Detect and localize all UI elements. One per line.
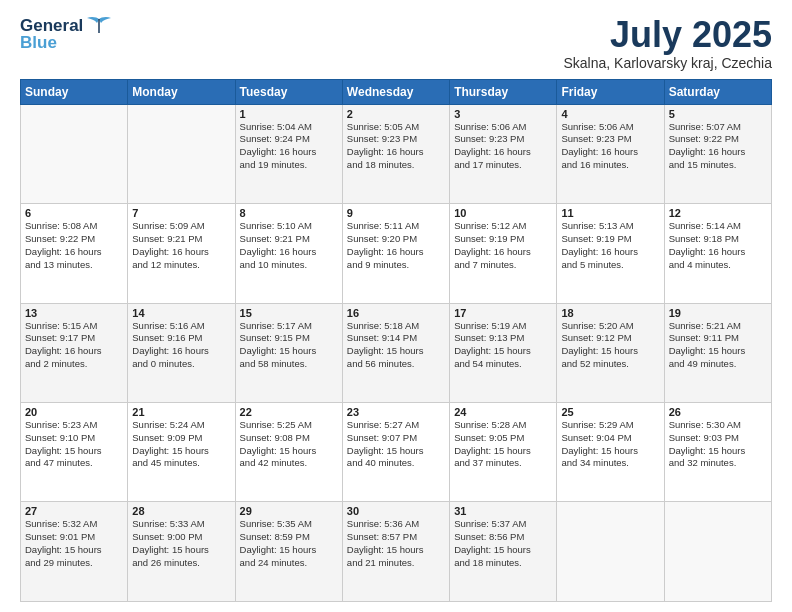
daylight-text: Daylight: 15 hours and 37 minutes. [454,445,531,469]
day-info: Sunrise: 5:04 AMSunset: 9:24 PMDaylight:… [240,121,338,172]
day-number: 19 [669,307,767,319]
sunset-text: Sunset: 9:14 PM [347,332,417,343]
sunrise-text: Sunrise: 5:12 AM [454,220,526,231]
day-info: Sunrise: 5:09 AMSunset: 9:21 PMDaylight:… [132,220,230,271]
day-number: 10 [454,207,552,219]
table-row: 12Sunrise: 5:14 AMSunset: 9:18 PMDayligh… [664,204,771,303]
day-number: 8 [240,207,338,219]
sunset-text: Sunset: 9:12 PM [561,332,631,343]
day-info: Sunrise: 5:05 AMSunset: 9:23 PMDaylight:… [347,121,445,172]
daylight-text: Daylight: 15 hours and 32 minutes. [669,445,746,469]
logo-blue: Blue [20,33,57,53]
table-row: 14Sunrise: 5:16 AMSunset: 9:16 PMDayligh… [128,303,235,402]
day-number: 22 [240,406,338,418]
sunset-text: Sunset: 9:22 PM [25,233,95,244]
daylight-text: Daylight: 15 hours and 21 minutes. [347,544,424,568]
day-info: Sunrise: 5:23 AMSunset: 9:10 PMDaylight:… [25,419,123,470]
sunrise-text: Sunrise: 5:36 AM [347,518,419,529]
sunrise-text: Sunrise: 5:16 AM [132,320,204,331]
day-info: Sunrise: 5:24 AMSunset: 9:09 PMDaylight:… [132,419,230,470]
sunset-text: Sunset: 9:20 PM [347,233,417,244]
sunrise-text: Sunrise: 5:32 AM [25,518,97,529]
day-info: Sunrise: 5:25 AMSunset: 9:08 PMDaylight:… [240,419,338,470]
day-number: 28 [132,505,230,517]
day-info: Sunrise: 5:33 AMSunset: 9:00 PMDaylight:… [132,518,230,569]
day-info: Sunrise: 5:30 AMSunset: 9:03 PMDaylight:… [669,419,767,470]
sunset-text: Sunset: 9:01 PM [25,531,95,542]
table-row: 20Sunrise: 5:23 AMSunset: 9:10 PMDayligh… [21,403,128,502]
daylight-text: Daylight: 15 hours and 40 minutes. [347,445,424,469]
sunset-text: Sunset: 9:00 PM [132,531,202,542]
table-row: 22Sunrise: 5:25 AMSunset: 9:08 PMDayligh… [235,403,342,502]
day-info: Sunrise: 5:18 AMSunset: 9:14 PMDaylight:… [347,320,445,371]
day-number: 26 [669,406,767,418]
daylight-text: Daylight: 16 hours and 9 minutes. [347,246,424,270]
sunrise-text: Sunrise: 5:06 AM [561,121,633,132]
col-thursday: Thursday [450,79,557,104]
sunrise-text: Sunrise: 5:18 AM [347,320,419,331]
sunset-text: Sunset: 9:15 PM [240,332,310,343]
table-row: 4Sunrise: 5:06 AMSunset: 9:23 PMDaylight… [557,104,664,203]
daylight-text: Daylight: 15 hours and 49 minutes. [669,345,746,369]
calendar-week-1: 1Sunrise: 5:04 AMSunset: 9:24 PMDaylight… [21,104,772,203]
sunset-text: Sunset: 9:05 PM [454,432,524,443]
sunset-text: Sunset: 9:23 PM [454,133,524,144]
table-row: 21Sunrise: 5:24 AMSunset: 9:09 PMDayligh… [128,403,235,502]
day-number: 4 [561,108,659,120]
daylight-text: Daylight: 16 hours and 10 minutes. [240,246,317,270]
sunrise-text: Sunrise: 5:11 AM [347,220,419,231]
sunset-text: Sunset: 9:24 PM [240,133,310,144]
sunset-text: Sunset: 9:22 PM [669,133,739,144]
sunrise-text: Sunrise: 5:06 AM [454,121,526,132]
sunset-text: Sunset: 9:08 PM [240,432,310,443]
day-info: Sunrise: 5:28 AMSunset: 9:05 PMDaylight:… [454,419,552,470]
table-row: 23Sunrise: 5:27 AMSunset: 9:07 PMDayligh… [342,403,449,502]
day-number: 30 [347,505,445,517]
sunrise-text: Sunrise: 5:05 AM [347,121,419,132]
day-info: Sunrise: 5:13 AMSunset: 9:19 PMDaylight:… [561,220,659,271]
day-number: 9 [347,207,445,219]
table-row: 31Sunrise: 5:37 AMSunset: 8:56 PMDayligh… [450,502,557,602]
page: General Blue July 2025 Skalna, Karlovars… [0,0,792,612]
table-row: 3Sunrise: 5:06 AMSunset: 9:23 PMDaylight… [450,104,557,203]
daylight-text: Daylight: 15 hours and 47 minutes. [25,445,102,469]
day-info: Sunrise: 5:17 AMSunset: 9:15 PMDaylight:… [240,320,338,371]
sunrise-text: Sunrise: 5:37 AM [454,518,526,529]
sunrise-text: Sunrise: 5:17 AM [240,320,312,331]
day-number: 15 [240,307,338,319]
day-number: 1 [240,108,338,120]
table-row: 7Sunrise: 5:09 AMSunset: 9:21 PMDaylight… [128,204,235,303]
table-row: 26Sunrise: 5:30 AMSunset: 9:03 PMDayligh… [664,403,771,502]
logo: General Blue [20,15,113,53]
sunrise-text: Sunrise: 5:25 AM [240,419,312,430]
day-info: Sunrise: 5:20 AMSunset: 9:12 PMDaylight:… [561,320,659,371]
calendar-table: Sunday Monday Tuesday Wednesday Thursday… [20,79,772,602]
col-tuesday: Tuesday [235,79,342,104]
daylight-text: Daylight: 15 hours and 58 minutes. [240,345,317,369]
table-row: 10Sunrise: 5:12 AMSunset: 9:19 PMDayligh… [450,204,557,303]
day-number: 2 [347,108,445,120]
table-row [128,104,235,203]
daylight-text: Daylight: 15 hours and 42 minutes. [240,445,317,469]
sunrise-text: Sunrise: 5:28 AM [454,419,526,430]
table-row: 30Sunrise: 5:36 AMSunset: 8:57 PMDayligh… [342,502,449,602]
sunrise-text: Sunrise: 5:19 AM [454,320,526,331]
sunset-text: Sunset: 8:57 PM [347,531,417,542]
sunrise-text: Sunrise: 5:14 AM [669,220,741,231]
day-number: 14 [132,307,230,319]
day-info: Sunrise: 5:08 AMSunset: 9:22 PMDaylight:… [25,220,123,271]
sunrise-text: Sunrise: 5:33 AM [132,518,204,529]
calendar-week-3: 13Sunrise: 5:15 AMSunset: 9:17 PMDayligh… [21,303,772,402]
day-number: 25 [561,406,659,418]
table-row: 25Sunrise: 5:29 AMSunset: 9:04 PMDayligh… [557,403,664,502]
day-info: Sunrise: 5:12 AMSunset: 9:19 PMDaylight:… [454,220,552,271]
sunset-text: Sunset: 9:10 PM [25,432,95,443]
sunrise-text: Sunrise: 5:23 AM [25,419,97,430]
sunrise-text: Sunrise: 5:35 AM [240,518,312,529]
day-number: 6 [25,207,123,219]
day-info: Sunrise: 5:14 AMSunset: 9:18 PMDaylight:… [669,220,767,271]
day-number: 29 [240,505,338,517]
location: Skalna, Karlovarsky kraj, Czechia [563,55,772,71]
day-number: 20 [25,406,123,418]
daylight-text: Daylight: 15 hours and 52 minutes. [561,345,638,369]
